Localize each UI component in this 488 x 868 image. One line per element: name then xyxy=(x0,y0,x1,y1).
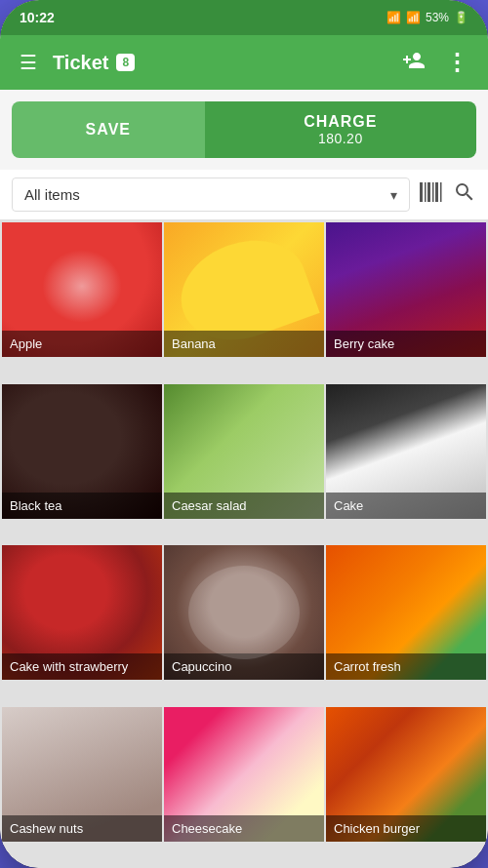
grid-item-label-cheesecake: Cheesecake xyxy=(164,815,324,842)
grid-item-cashew[interactable]: Cashew nuts xyxy=(2,707,162,842)
grid-item-label-carrot-fresh: Carrot fresh xyxy=(326,653,486,680)
phone-inner: 10:22 📶 📶 53% 🔋 ☰ Ticket 8 ⋮ xyxy=(0,0,488,868)
search-icon[interactable] xyxy=(453,180,476,210)
battery-icon: 🔋 xyxy=(454,11,468,24)
status-icons: 📶 📶 53% 🔋 xyxy=(386,11,468,24)
grid-item-berry-cake[interactable]: Berry cake xyxy=(326,222,486,357)
svg-rect-1 xyxy=(425,182,427,202)
grid-item-label-berry-cake: Berry cake xyxy=(326,331,486,357)
grid-item-cake-strawberry[interactable]: Cake with strawberry xyxy=(2,545,162,680)
filter-bar: All items ▾ xyxy=(0,170,488,220)
save-button[interactable]: SAVE xyxy=(12,101,205,158)
grid-item-label-capuccino: Capuccino xyxy=(164,653,324,680)
status-time: 10:22 xyxy=(20,10,55,25)
charge-label: CHARGE xyxy=(304,113,377,131)
filter-dropdown-label: All items xyxy=(24,186,80,203)
signal-icon: 📶 xyxy=(406,11,421,24)
battery-text: 53% xyxy=(426,11,449,24)
wifi-icon: 📶 xyxy=(386,11,401,24)
items-grid: AppleBananaBerry cakeBlack teaCaesar sal… xyxy=(0,220,488,868)
grid-item-cheesecake[interactable]: Cheesecake xyxy=(164,707,324,842)
app-title: Ticket xyxy=(53,52,108,74)
more-icon[interactable]: ⋮ xyxy=(441,45,472,80)
filter-actions xyxy=(418,178,476,212)
grid-item-label-caesar-salad: Caesar salad xyxy=(164,493,324,519)
ticket-badge: 8 xyxy=(116,54,135,71)
grid-item-label-cake-strawberry: Cake with strawberry xyxy=(2,653,162,680)
svg-rect-3 xyxy=(432,182,434,202)
grid-item-label-cashew: Cashew nuts xyxy=(2,815,162,842)
action-buttons: SAVE CHARGE 180.20 xyxy=(12,101,476,158)
menu-icon[interactable]: ☰ xyxy=(16,47,41,78)
svg-rect-0 xyxy=(420,182,423,202)
charge-amount: 180.20 xyxy=(318,131,363,146)
svg-rect-5 xyxy=(440,182,442,202)
add-person-icon[interactable] xyxy=(398,45,429,80)
grid-item-label-black-tea: Black tea xyxy=(2,493,162,519)
grid-item-label-banana: Banana xyxy=(164,331,324,357)
grid-item-apple[interactable]: Apple xyxy=(2,222,162,357)
grid-item-caesar-salad[interactable]: Caesar salad xyxy=(164,384,324,519)
grid-item-black-tea[interactable]: Black tea xyxy=(2,384,162,519)
phone-frame: 10:22 📶 📶 53% 🔋 ☰ Ticket 8 ⋮ xyxy=(0,0,488,868)
barcode-icon[interactable] xyxy=(418,178,445,212)
status-bar: 10:22 📶 📶 53% 🔋 xyxy=(0,0,488,35)
grid-item-capuccino[interactable]: Capuccino xyxy=(164,545,324,680)
app-bar-actions: ⋮ xyxy=(398,45,472,80)
grid-item-label-apple: Apple xyxy=(2,331,162,357)
grid-item-label-chicken-burger: Chicken burger xyxy=(326,815,486,842)
svg-rect-4 xyxy=(435,182,438,202)
grid-item-label-cake: Cake xyxy=(326,493,486,519)
app-bar-title: Ticket 8 xyxy=(53,52,386,74)
grid-item-cake[interactable]: Cake xyxy=(326,384,486,519)
dropdown-chevron-icon: ▾ xyxy=(390,187,397,203)
svg-rect-2 xyxy=(427,182,430,202)
grid-item-banana[interactable]: Banana xyxy=(164,222,324,357)
grid-item-carrot-fresh[interactable]: Carrot fresh xyxy=(326,545,486,680)
grid-item-chicken-burger[interactable]: Chicken burger xyxy=(326,707,486,842)
app-bar: ☰ Ticket 8 ⋮ xyxy=(0,35,488,90)
charge-button[interactable]: CHARGE 180.20 xyxy=(205,101,476,158)
filter-dropdown[interactable]: All items ▾ xyxy=(12,178,410,212)
